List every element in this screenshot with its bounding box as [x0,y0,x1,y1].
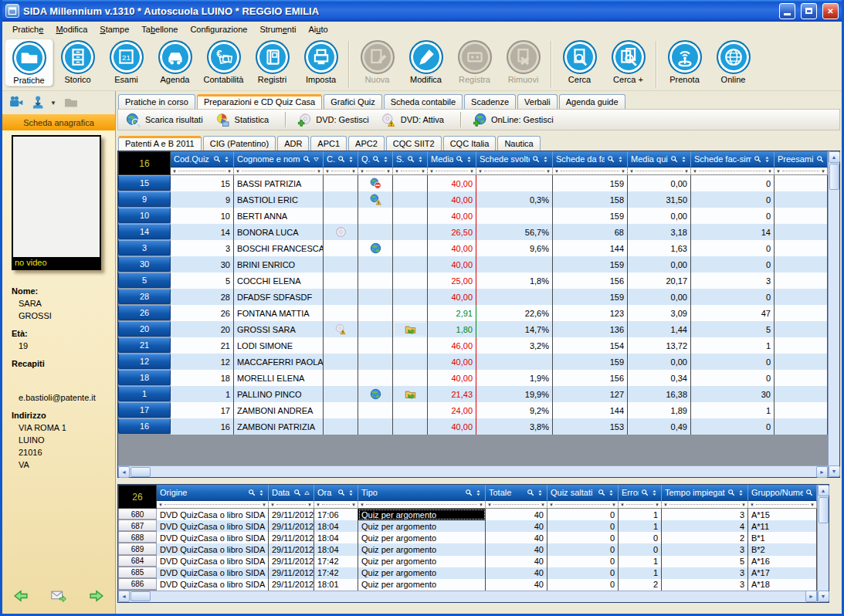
toolbar-contabilit-button[interactable]: €Contabilità [199,39,248,86]
cell-fare[interactable]: 159 [553,289,628,305]
cell-pre[interactable] [775,305,828,321]
cell-media[interactable]: 40,00 [428,191,476,208]
scrollbar-thumb[interactable] [130,591,151,601]
menu-configurazione[interactable]: Configurazione [184,23,253,36]
table-row[interactable]: 2121LODI SIMONE46,003,2%15413,721 [118,337,828,354]
cell-q[interactable] [358,175,393,191]
cell-fare[interactable]: 159 [553,354,628,370]
cell-origine[interactable]: DVD QuizCasa o libro SIDA [157,532,269,543]
table-row[interactable]: 684DVD QuizCasa o libro SIDA29/11/201217… [118,556,817,567]
column-filter-s[interactable]: ▼▼ [393,168,428,175]
row-select-button[interactable]: 26 [118,305,171,320]
cell-q[interactable] [358,321,393,337]
subtab-apc1[interactable]: APC1 [310,136,347,151]
row-select-button[interactable]: 684 [118,556,157,567]
cell-tipo[interactable]: Quiz per argomento [358,579,486,591]
cell-c[interactable] [324,191,358,208]
cell-svolte[interactable] [476,256,553,272]
cell-pre[interactable] [775,208,828,224]
cell-nome[interactable]: BOSCHI FRANCESCA [234,240,324,256]
row-select-button[interactable]: 18 [118,370,171,385]
cell-media[interactable]: 40,00 [428,175,476,191]
cell-data[interactable]: 29/11/2012 [269,543,314,555]
cell-ora[interactable]: 18:04 [314,543,358,555]
cell-cod[interactable]: 12 [171,354,234,370]
menu-stampe[interactable]: Stampe [93,23,135,36]
cell-fac[interactable]: 14 [691,224,775,240]
cell-q[interactable] [358,418,393,435]
column-header-ora[interactable]: Ora [314,485,358,501]
cell-gruppo[interactable]: A*11 [748,520,817,532]
close-button[interactable]: ✕ [822,3,839,19]
cell-media[interactable]: 1,80 [428,321,476,337]
cell-gruppo[interactable]: B*1 [748,532,817,543]
subtab-cqc-italia[interactable]: CQC Italia [443,136,497,151]
row-select-button[interactable]: 15 [118,175,171,191]
cell-gruppo[interactable]: A*15 [748,509,817,520]
cell-pre[interactable] [775,402,828,418]
cell-tempo[interactable]: 3 [662,579,748,591]
table-row[interactable]: 33BOSCHI FRANCESCA40,009,6%1441,630 [118,240,828,256]
cell-fac[interactable]: 0 [691,256,775,272]
cell-svolte[interactable] [476,208,553,224]
subtab-cqc-siit2[interactable]: CQC SIIT2 [386,136,442,151]
subtab-adr[interactable]: ADR [277,136,309,151]
previous-record-button[interactable] [13,588,29,604]
cell-mquiz[interactable]: 13,72 [628,337,691,354]
row-select-button[interactable]: 16 [118,418,171,434]
table-row[interactable]: 2828DFADSF SDFASDF40,001590,000 [118,289,828,305]
table-row[interactable]: 680DVD QuizCasa o libro SIDA29/11/201217… [118,509,817,520]
cell-q[interactable] [358,370,393,386]
menu-strumenti[interactable]: Strumenti [253,23,302,36]
cell-fare[interactable]: 144 [553,402,628,418]
toolbar-pratiche-button[interactable]: Pratiche [5,39,53,86]
cell-cod[interactable]: 26 [171,305,234,321]
cell-svolte[interactable]: 9,6% [476,240,553,256]
column-header-c[interactable]: C... [324,151,358,168]
cell-c[interactable] [324,386,358,402]
cell-s[interactable] [393,240,428,256]
column-header-schede-da-fare[interactable]: Schede da fare [553,151,628,168]
cell-tipo[interactable]: Quiz per argomento [358,567,486,579]
cell-media[interactable]: 46,00 [428,337,476,354]
row-select-button[interactable]: 30 [118,256,171,272]
row-select-button[interactable]: 1 [118,386,171,401]
cell-media[interactable]: 2,91 [428,305,476,321]
cell-tempo[interactable]: 5 [662,556,748,567]
column-filter-data[interactable]: ▼▼ [269,501,314,509]
cell-origine[interactable]: DVD QuizCasa o libro SIDA [157,543,269,555]
column-header-errori[interactable]: Errori [619,485,662,501]
cell-svolte[interactable]: 1,8% [476,272,553,289]
cell-totale[interactable]: 40 [486,579,547,591]
table-row[interactable]: 2020GROSSI SARA1,8014,7%1361,445 [118,321,828,337]
tab-scheda-contabile[interactable]: Scheda contabile [384,94,463,109]
cell-mquiz[interactable]: 0,00 [628,256,691,272]
cell-gruppo[interactable]: A*16 [748,556,817,567]
tab-agenda-guide[interactable]: Agenda guide [559,94,625,109]
table-row[interactable]: 1010BERTI ANNA40,001590,000 [118,208,828,224]
cell-mquiz[interactable]: 31,50 [628,191,691,208]
cell-s[interactable] [393,175,428,191]
cell-fare[interactable]: 68 [553,224,628,240]
cell-fac[interactable]: 0 [691,175,775,191]
cell-q[interactable] [358,386,393,402]
vertical-scrollbar[interactable]: ▲▼ [828,151,839,477]
row-select-button[interactable]: 685 [118,567,157,578]
cell-totale[interactable]: 40 [486,556,547,567]
webcam-select-button[interactable] [31,95,46,110]
cell-data[interactable]: 29/11/2012 [269,567,314,579]
cell-fare[interactable]: 156 [553,370,628,386]
cell-ora[interactable]: 18:04 [314,520,358,532]
cell-data[interactable]: 29/11/2012 [269,532,314,543]
cell-errori[interactable]: 1 [619,520,662,532]
cell-media[interactable]: 24,00 [428,402,476,418]
cell-q[interactable] [358,272,393,289]
cell-mquiz[interactable]: 0,49 [628,418,691,435]
column-filter-tipo[interactable]: ▼▼ [358,501,486,509]
cell-pre[interactable] [775,272,828,289]
cell-svolte[interactable]: 14,7% [476,321,553,337]
scroll-right-button[interactable]: ► [816,466,828,478]
toolbar-prenota-button[interactable]: Prenota [660,39,709,85]
cell-nome[interactable]: BERTI ANNA [234,208,324,224]
cell-fac[interactable]: 0 [691,240,775,256]
